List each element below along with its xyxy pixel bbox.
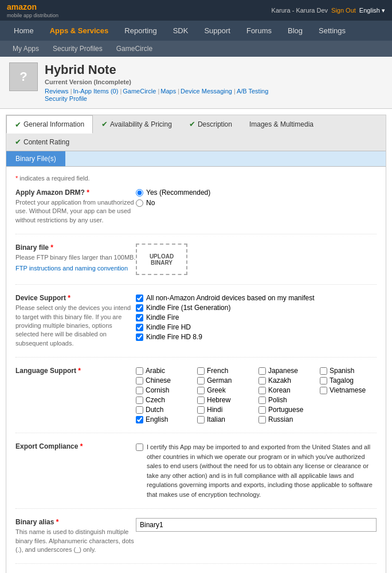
lang-chinese[interactable]: Chinese [136, 376, 193, 384]
lang-korean-check[interactable] [258, 387, 266, 394]
link-reviews[interactable]: Reviews [45, 88, 72, 95]
check-icon: ✔ [15, 138, 21, 146]
drm-yes-radio[interactable] [136, 189, 143, 197]
lang-italian-check[interactable] [197, 416, 205, 423]
device-all-android[interactable]: All non-Amazon Android devices based on … [136, 294, 377, 302]
lang-arabic[interactable]: Arabic [136, 367, 193, 375]
tab-content-rating[interactable]: ✔ Content Rating [6, 133, 78, 151]
lang-japanese-check[interactable] [258, 367, 266, 375]
nav-sdk[interactable]: SDK [165, 21, 197, 41]
username: Karura - Karura Dev [272, 7, 328, 14]
alias-label-col: Binary alias * This name is used to dist… [15, 518, 136, 554]
lang-kazakh-check[interactable] [258, 377, 266, 384]
nav-home[interactable]: Home [6, 21, 42, 41]
lang-hindi[interactable]: Hindi [197, 406, 254, 414]
link-device-messaging[interactable]: Device Messaging [181, 88, 236, 95]
sub-nav: My Apps Security Profiles GameCircle [0, 41, 392, 57]
lang-russian-check[interactable] [258, 416, 266, 423]
nav-settings[interactable]: Settings [311, 21, 354, 41]
drm-yes-label[interactable]: Yes (Recommended) [136, 189, 377, 197]
export-checkbox-row: I certify this App may be imported to an… [136, 442, 377, 499]
nav-forums[interactable]: Forums [238, 21, 280, 41]
lang-kazakh[interactable]: Kazakh [258, 376, 315, 384]
signout-link[interactable]: Sign Out [331, 7, 356, 14]
binary-ftp-link: FTP instructions and naming convention [15, 264, 136, 273]
lang-spanish-check[interactable] [320, 367, 327, 375]
drm-label-col: Apply Amazon DRM? * Protect your applica… [15, 189, 136, 225]
ftp-instructions-link[interactable]: FTP instructions and naming convention [15, 265, 128, 272]
nav-apps-services[interactable]: Apps & Services [42, 21, 117, 41]
app-version: Current Version (Incomplete) [45, 79, 268, 85]
security-profile-link[interactable]: Security Profile [45, 95, 87, 102]
lang-russian[interactable]: Russian [258, 415, 315, 423]
tab-general-information[interactable]: ✔ General Information [6, 115, 93, 134]
lang-english[interactable]: English [136, 415, 193, 423]
nav-support[interactable]: Support [196, 21, 238, 41]
link-inapp[interactable]: In-App Items (0) [73, 88, 122, 95]
device-kindle-fire[interactable]: Kindle Fire [136, 313, 377, 321]
lang-cornish-check[interactable] [136, 387, 143, 394]
lang-portuguese-check[interactable] [258, 406, 266, 414]
lang-french-check[interactable] [197, 367, 205, 375]
lang-korean[interactable]: Korean [258, 386, 315, 394]
nav-blog[interactable]: Blog [280, 21, 311, 41]
language-selector[interactable]: English ▾ [359, 7, 385, 14]
link-maps[interactable]: Maps [160, 88, 179, 95]
device-all-android-check[interactable] [136, 295, 143, 302]
lang-dutch[interactable]: Dutch [136, 406, 193, 414]
lang-portuguese[interactable]: Portuguese [258, 406, 315, 414]
lang-polish[interactable]: Polish [258, 396, 315, 404]
lang-japanese[interactable]: Japanese [258, 367, 315, 375]
lang-tagalog-check[interactable] [320, 377, 327, 384]
drm-radio-group: Yes (Recommended) No [136, 189, 377, 207]
lang-hebrew-check[interactable] [197, 397, 205, 404]
lang-greek[interactable]: Greek [197, 386, 254, 394]
device-kindle-fire-1st[interactable]: Kindle Fire (1st Generation) [136, 304, 377, 312]
section-device-support: Device Support * Please select only the … [15, 294, 377, 358]
lang-vietnamese[interactable]: Vietnamese [320, 386, 377, 394]
lang-german[interactable]: German [197, 376, 254, 384]
subnav-security[interactable]: Security Profiles [46, 41, 109, 57]
lang-hindi-check[interactable] [197, 406, 205, 414]
export-compliance-check[interactable] [136, 444, 143, 451]
tab-images-multimedia[interactable]: Images & Multimedia [241, 115, 322, 133]
binary-alias-input[interactable] [136, 518, 377, 532]
lang-cornish[interactable]: Cornish [136, 386, 193, 394]
drm-no-radio[interactable] [136, 199, 143, 207]
upload-binary-button[interactable]: UPLOADBINARY [136, 244, 187, 275]
app-title: Hybrid Note [45, 62, 268, 77]
link-gamecircle[interactable]: GameCircle [123, 88, 159, 95]
lang-french[interactable]: French [197, 367, 254, 375]
lang-czech[interactable]: Czech [136, 396, 193, 404]
subtab-binary-files[interactable]: Binary File(s) [6, 151, 65, 166]
export-compliance-controls: I certify this App may be imported to an… [136, 442, 377, 499]
subnav-myapps[interactable]: My Apps [6, 41, 46, 57]
lang-chinese-check[interactable] [136, 377, 143, 384]
lang-spanish[interactable]: Spanish [320, 367, 377, 375]
section-binary-file: Binary file * Please FTP binary files la… [15, 244, 377, 285]
device-kindle-fire-hd[interactable]: Kindle Fire HD [136, 323, 377, 331]
nav-reporting[interactable]: Reporting [116, 21, 164, 41]
link-abtesting[interactable]: A/B Testing [237, 88, 268, 95]
lang-polish-check[interactable] [258, 397, 266, 404]
lang-czech-check[interactable] [136, 397, 143, 404]
lang-english-check[interactable] [136, 416, 143, 423]
lang-vietnamese-check[interactable] [320, 387, 327, 394]
drm-no-label[interactable]: No [136, 199, 377, 207]
lang-arabic-check[interactable] [136, 367, 143, 375]
device-kindle-fire-hd89[interactable]: Kindle Fire HD 8.9 [136, 333, 377, 341]
lang-tagalog[interactable]: Tagalog [320, 376, 377, 384]
tab-availability-pricing[interactable]: ✔ Availability & Pricing [93, 115, 181, 133]
lang-italian[interactable]: Italian [197, 415, 254, 423]
language-grid: Arabic French Japanese Spanish Chinese G… [136, 367, 377, 423]
lang-german-check[interactable] [197, 377, 205, 384]
subnav-gamecircle[interactable]: GameCircle [109, 41, 159, 57]
device-kindle-fire-check[interactable] [136, 314, 143, 321]
device-kindle-fire-hd89-check[interactable] [136, 333, 143, 341]
lang-greek-check[interactable] [197, 387, 205, 394]
device-kindle-fire-1st-check[interactable] [136, 304, 143, 312]
device-kindle-fire-hd-check[interactable] [136, 324, 143, 331]
lang-hebrew[interactable]: Hebrew [197, 396, 254, 404]
tab-description[interactable]: ✔ Description [181, 115, 241, 133]
lang-dutch-check[interactable] [136, 406, 143, 414]
